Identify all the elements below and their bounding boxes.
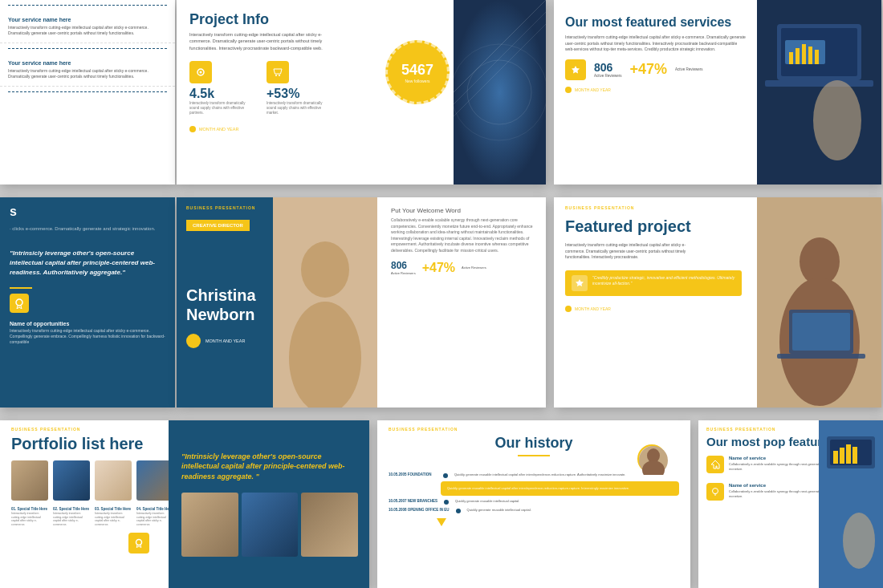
svg-point-26 — [301, 241, 349, 298]
featured-quote-icon — [572, 275, 588, 291]
svg-point-34 — [136, 540, 142, 545]
history-photo-svg — [639, 446, 668, 475]
portfolio-cap1-desc: Interactively transform cutting-edge int… — [11, 512, 48, 526]
service-desc-1: Interactively transform cutting-edge int… — [8, 25, 167, 36]
history-yellow-box: Quickly generate reusable intellectual c… — [441, 481, 679, 496]
portfolio-cap-3: 03. Special Title Here Interactively tra… — [95, 507, 132, 526]
christina-month-text: MONTH AND YEAR — [205, 339, 245, 343]
tl-date-3: 10.05.2008 OPENING OFFICE IN EU — [389, 508, 450, 512]
welcome-desc: Collaboratively e-enable scalable synerg… — [391, 217, 536, 253]
service-desc-2: Interactively transform cutting-edge int… — [8, 68, 167, 79]
slide4-name-opps: Name of opportunities — [0, 318, 175, 328]
featured-month-dot — [565, 87, 572, 93]
triangle-container-1 — [389, 461, 679, 472]
svg-rect-42 — [833, 451, 838, 464]
svg-rect-19 — [815, 50, 819, 64]
svg-point-46 — [843, 513, 875, 569]
svg-point-1 — [200, 71, 202, 73]
tl-date-2: 10.05.2007 NEW BRANCHES — [389, 499, 437, 503]
award-icon — [14, 298, 25, 309]
slide4-desc-top: · clicks e-commerce. Dramatically genera… — [0, 225, 175, 232]
month-circle-icon — [186, 334, 201, 348]
big-number-label: New followers — [405, 79, 429, 83]
christina-stat2-label: Active Reviewers — [462, 266, 486, 270]
christina-stat2: Active Reviewers — [462, 266, 486, 270]
svg-rect-18 — [808, 47, 812, 64]
timeline-item-1: 10.05.2005 FOUNDATION Quickly generate r… — [389, 472, 679, 478]
most-pop-photo-svg — [819, 420, 883, 588]
featured-stat2: Active Reviewers — [675, 67, 703, 71]
featured-project-dot — [565, 306, 572, 312]
history-biz-label: BUSINESS PRESENTATION — [377, 420, 690, 433]
blue-panel-photo-1 — [181, 493, 238, 557]
featured-stat1: 806 Active Reviewers — [594, 61, 622, 78]
tl-content-2: Quickly generate reusable intellectual c… — [455, 499, 679, 504]
slide4-quote: "Intrinsicly leverage other's open-sourc… — [0, 233, 175, 284]
stat-icon-1 — [189, 61, 212, 83]
svg-point-21 — [16, 299, 22, 306]
stat-number-1: 4.5k — [189, 87, 254, 101]
tl-text-3: Quickly generate reusable intellectual c… — [467, 508, 679, 513]
slide-project-info: Project Info Interactively transform cut… — [177, 0, 546, 185]
service-title-1: Your service name here — [8, 17, 167, 22]
featured-project-quote-text: "Credibly productize strategic, innovati… — [592, 275, 735, 286]
portfolio-cap-2: 02. Special Title Here Interactively tra… — [53, 507, 90, 526]
history-yellow-text: Quickly generate reusable intellectual c… — [447, 486, 673, 491]
featured-services-title: Our most featured services — [565, 14, 746, 30]
portfolio-img-2 — [53, 460, 90, 501]
svg-point-3 — [279, 75, 280, 76]
svg-point-2 — [275, 75, 277, 76]
featured-stat-icon — [565, 59, 586, 80]
tl-content-3: Quickly generate reusable intellectual c… — [467, 508, 679, 513]
laptop-illustration — [757, 0, 881, 185]
creative-director-badge: CREATIVE DIRECTOR — [186, 220, 250, 231]
slide-christina: BUSINESS PRESENTATION CREATIVE DIRECTOR … — [177, 197, 546, 408]
slide-portfolio: BUSINESS PRESENTATION Portfolio list her… — [0, 420, 369, 588]
slide4-icon-box — [10, 294, 29, 313]
portfolio-blue-panel-photos — [181, 493, 358, 557]
svg-rect-33 — [777, 354, 865, 359]
partial-letter: s — [0, 197, 175, 225]
service-item-1: Your service name here Interactively tra… — [0, 10, 175, 43]
service-title-2: Your service name here — [8, 60, 167, 66]
slide-featured-services: Our most featured services Interactively… — [554, 0, 881, 185]
portfolio-icon-badge — [128, 533, 149, 554]
portfolio-img-3 — [95, 460, 132, 501]
christina-photo-area — [273, 197, 377, 408]
big-number-value: 5467 — [401, 62, 433, 79]
christina-right-content: Put Your Welcome Word Collaboratively e-… — [381, 197, 546, 408]
featured-stat1-num: 806 — [594, 61, 622, 74]
timeline-item-2: 10.05.2007 NEW BRANCHES Quickly generate… — [389, 499, 679, 505]
most-pop-photo-right — [819, 420, 883, 588]
city-illustration — [454, 0, 546, 185]
stat-box-1: 4.5k Interactively transform dramaticall… — [189, 61, 254, 116]
person-photo-svg — [273, 197, 377, 408]
stat-number-2: +53% — [267, 87, 331, 101]
portfolio-cap-1: 01. Special Title Here Interactively tra… — [11, 507, 48, 526]
star-icon-sm — [575, 278, 584, 288]
quote-underline — [10, 287, 32, 289]
svg-rect-17 — [802, 44, 806, 64]
slide4-opps-desc: Interactively transform cutting-edge int… — [0, 328, 175, 345]
tl-dot-1 — [443, 473, 448, 478]
featured-services-desc: Interactively transform cutting-edge int… — [565, 34, 746, 53]
portfolio-cap3-desc: Interactively transform cutting-edge int… — [95, 512, 132, 526]
christina-stat2-pct: +47% — [422, 261, 455, 275]
slide-most-pop: BUSINESS PRESENTATION Our most pop featu… — [698, 420, 883, 588]
award-badge-icon — [133, 537, 144, 549]
svg-rect-45 — [852, 447, 857, 464]
svg-point-38 — [713, 489, 718, 494]
featured-project-quote-box: "Credibly productize strategic, innovati… — [565, 270, 742, 296]
portfolio-cap2-desc: Interactively transform cutting-edge int… — [53, 512, 90, 526]
big-number-circle: 5467 New followers — [385, 40, 450, 104]
laptop-person-svg — [757, 197, 881, 408]
stat-desc-2: Interactively transform dramatically sou… — [267, 101, 331, 116]
svg-rect-32 — [792, 313, 850, 351]
christina-stat1-label: Active Reviewers — [391, 271, 416, 275]
welcome-title: Put Your Welcome Word — [391, 207, 536, 214]
tl-date-1: 10.05.2005 FOUNDATION — [389, 472, 437, 476]
project-info-desc: Interactively transform cutting-edge int… — [177, 31, 337, 51]
stat-icon-2 — [267, 61, 289, 83]
featured-services-content: Our most featured services Interactively… — [554, 0, 757, 104]
triangle-container-2 — [389, 517, 679, 528]
